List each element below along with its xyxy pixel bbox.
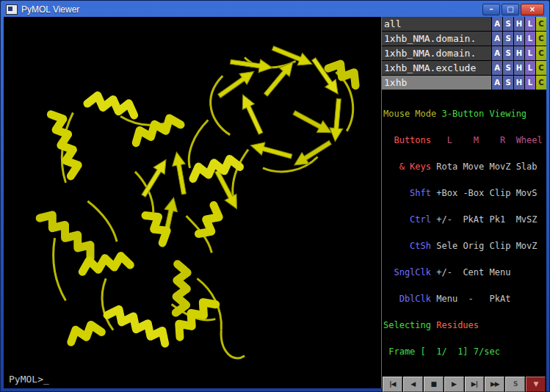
title-bar[interactable]: PyMOL Viewer – □ × xyxy=(4,2,546,16)
hide-button[interactable]: H xyxy=(514,61,524,75)
mouse-mode-label: Mouse Mode xyxy=(383,109,441,119)
doubleclick-line: DblClk Menu - PkAt xyxy=(383,294,546,303)
hide-button[interactable]: H xyxy=(514,76,524,90)
keys-label: & Keys xyxy=(383,161,431,172)
control-panel: all A S H L C 1xhb_NMA.domain. A S H L C xyxy=(381,17,546,388)
buttons-label: Buttons xyxy=(383,135,431,145)
command-prompt[interactable]: PyMOL>_ xyxy=(9,374,49,385)
singleclick-actions: +/- Cent Menu xyxy=(431,267,510,277)
label-button[interactable]: L xyxy=(525,46,535,60)
ctsh-key-label: CtSh xyxy=(383,241,431,251)
step-back-button[interactable]: ◀ xyxy=(403,377,423,392)
ctrl-key-label: Ctrl xyxy=(383,214,431,225)
selecting-line[interactable]: Selecting Residues xyxy=(383,321,546,330)
color-button[interactable]: C xyxy=(536,46,546,60)
shift-key-label: Shft xyxy=(383,188,431,198)
window-content: PyMOL>_ all A S H L C 1xhb_NMA.domain. A… xyxy=(4,17,546,388)
object-row: all A S H L C xyxy=(382,17,546,31)
3d-viewport[interactable]: PyMOL>_ xyxy=(4,17,381,388)
shift-line: Shft +Box -Box Clip MovS xyxy=(383,189,546,197)
maximize-button[interactable]: □ xyxy=(502,4,519,15)
play-button[interactable]: ▶ xyxy=(444,377,464,392)
frame-counter: Frame [ 1/ 1] 7/sec xyxy=(383,346,500,357)
window-title: PyMOL Viewer xyxy=(21,4,79,15)
hide-button[interactable]: H xyxy=(514,32,524,46)
window-controls: – □ × xyxy=(482,4,544,15)
object-name[interactable]: 1xhb_NMA.exclude xyxy=(382,61,491,75)
app-icon xyxy=(6,4,18,15)
minimize-button[interactable]: – xyxy=(482,4,500,15)
singleclick-label: SnglClk xyxy=(383,267,431,277)
action-button[interactable]: A xyxy=(492,76,502,90)
ctrl-actions: +/- PkAt Pk1 MvSZ xyxy=(431,214,538,225)
object-name[interactable]: all xyxy=(382,17,491,31)
movie-controls: |◀ ◀ ■ ▶ ▶| ▶▶ S ▼ xyxy=(382,376,546,392)
object-row: 1xhb_NMA.domain. A S H L C xyxy=(382,46,546,60)
buttons-columns: L M R Wheel xyxy=(431,135,543,145)
object-name[interactable]: 1xhb_NMA.domain. xyxy=(382,32,491,46)
ctsh-actions: Sele Orig Clip MovZ xyxy=(431,241,538,251)
show-button[interactable]: S xyxy=(503,61,513,75)
frame-line: Frame [ 1/ 1] 7/sec xyxy=(383,347,546,356)
step-forward-button[interactable]: ▶| xyxy=(465,377,485,392)
singleclick-line: SnglClk +/- Cent Menu xyxy=(383,268,546,277)
hide-button[interactable]: H xyxy=(514,17,524,31)
close-button[interactable]: × xyxy=(521,4,544,15)
color-button[interactable]: C xyxy=(536,76,546,90)
beta-sheets-group xyxy=(138,42,345,241)
object-list: all A S H L C 1xhb_NMA.domain. A S H L C xyxy=(382,17,546,90)
keys-header-line: & Keys Rota Move MovZ Slab xyxy=(383,162,546,171)
mouse-mode-line: Mouse Mode 3-Button Viewing xyxy=(383,109,546,118)
color-button[interactable]: C xyxy=(536,32,546,46)
action-button[interactable]: A xyxy=(492,17,502,31)
label-button[interactable]: L xyxy=(525,61,535,75)
action-button[interactable]: A xyxy=(492,46,502,60)
show-button[interactable]: S xyxy=(503,17,513,31)
label-button[interactable]: L xyxy=(525,17,535,31)
buttons-header-line: Buttons L M R Wheel xyxy=(383,136,546,145)
doubleclick-actions: Menu - PkAt xyxy=(431,294,510,304)
doubleclick-label: DblClk xyxy=(383,294,431,304)
pymol-window: PyMOL Viewer – □ × xyxy=(0,0,550,392)
object-name[interactable]: 1xhb xyxy=(382,76,491,90)
molecule-render xyxy=(4,17,381,388)
scene-button[interactable]: S xyxy=(505,377,525,392)
shift-actions: +Box -Box Clip MovS xyxy=(431,188,538,198)
action-button[interactable]: A xyxy=(492,61,502,75)
color-button[interactable]: C xyxy=(536,61,546,75)
color-button[interactable]: C xyxy=(536,17,546,31)
object-name[interactable]: 1xhb_NMA.domain. xyxy=(382,46,491,60)
action-button[interactable]: A xyxy=(492,32,502,46)
rewind-button[interactable]: |◀ xyxy=(383,377,402,392)
show-button[interactable]: S xyxy=(503,76,513,90)
ctsh-line: CtSh Sele Orig Clip MovZ xyxy=(383,242,546,250)
object-row: 1xhb_NMA.exclude A S H L C xyxy=(382,61,546,75)
mouse-mode-panel: Mouse Mode 3-Button Viewing Buttons L M … xyxy=(382,90,546,376)
panel-toggle-button[interactable]: ▼ xyxy=(526,377,546,392)
selecting-label: Selecting xyxy=(383,320,436,330)
fast-forward-button[interactable]: ▶▶ xyxy=(485,377,504,392)
show-button[interactable]: S xyxy=(503,46,513,60)
stop-button[interactable]: ■ xyxy=(424,377,444,392)
selecting-mode-value: Residues xyxy=(436,320,479,330)
show-button[interactable]: S xyxy=(503,32,513,46)
label-button[interactable]: L xyxy=(525,76,535,90)
keys-actions: Rota Move MovZ Slab xyxy=(431,161,538,172)
object-row: 1xhb A S H L C xyxy=(382,76,546,90)
mouse-mode-value: 3-Button Viewing xyxy=(441,109,527,119)
hide-button[interactable]: H xyxy=(514,46,524,60)
object-row: 1xhb_NMA.domain. A S H L C xyxy=(382,32,546,46)
label-button[interactable]: L xyxy=(525,32,535,46)
ctrl-line: Ctrl +/- PkAt Pk1 MvSZ xyxy=(383,215,546,224)
